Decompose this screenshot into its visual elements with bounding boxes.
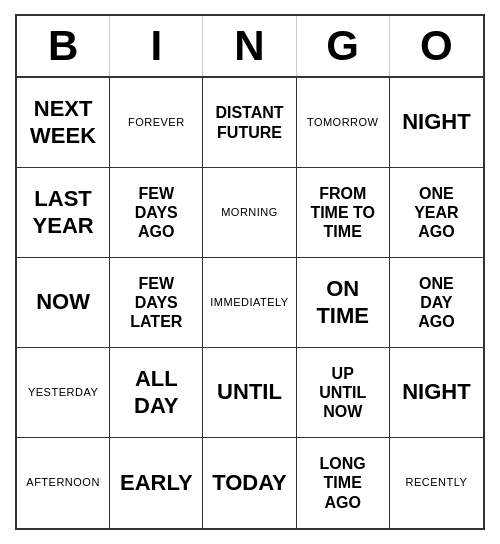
bingo-cell: FOREVER	[110, 78, 203, 168]
bingo-cell: NIGHT	[390, 78, 483, 168]
bingo-cell: FROMTIME TOTIME	[297, 168, 390, 258]
bingo-cell: FEWDAYSAGO	[110, 168, 203, 258]
bingo-cell: NEXTWEEK	[17, 78, 110, 168]
bingo-cell: ONTIME	[297, 258, 390, 348]
cell-text: ONEDAYAGO	[418, 274, 454, 332]
cell-text: YESTERDAY	[28, 386, 98, 399]
bingo-cell: YESTERDAY	[17, 348, 110, 438]
cell-text: ALLDAY	[134, 366, 178, 419]
cell-text: AFTERNOON	[26, 476, 100, 489]
bingo-cell: NOW	[17, 258, 110, 348]
bingo-cell: ONEYEARAGO	[390, 168, 483, 258]
cell-text: ONEYEARAGO	[414, 184, 458, 242]
cell-text: IMMEDIATELY	[210, 296, 288, 309]
cell-text: LASTYEAR	[33, 186, 94, 239]
bingo-cell: AFTERNOON	[17, 438, 110, 528]
bingo-cell: MORNING	[203, 168, 296, 258]
cell-text: UPUNTILNOW	[319, 364, 366, 422]
cell-text: TOMORROW	[307, 116, 379, 129]
cell-text: LONGTIMEAGO	[320, 454, 366, 512]
cell-text: UNTIL	[217, 379, 282, 405]
bingo-header: BINGO	[17, 16, 483, 78]
header-letter: I	[110, 16, 203, 76]
cell-text: TODAY	[212, 470, 287, 496]
cell-text: RECENTLY	[405, 476, 467, 489]
cell-text: NIGHT	[402, 379, 470, 405]
bingo-card: BINGO NEXTWEEKFOREVERDISTANTFUTURETOMORR…	[15, 14, 485, 530]
cell-text: FOREVER	[128, 116, 185, 129]
cell-text: DISTANTFUTURE	[215, 103, 283, 141]
header-letter: N	[203, 16, 296, 76]
bingo-cell: ONEDAYAGO	[390, 258, 483, 348]
cell-text: NIGHT	[402, 109, 470, 135]
header-letter: O	[390, 16, 483, 76]
cell-text: FEWDAYSLATER	[130, 274, 182, 332]
bingo-cell: LONGTIMEAGO	[297, 438, 390, 528]
bingo-cell: TODAY	[203, 438, 296, 528]
bingo-cell: UNTIL	[203, 348, 296, 438]
bingo-cell: RECENTLY	[390, 438, 483, 528]
bingo-cell: DISTANTFUTURE	[203, 78, 296, 168]
cell-text: FROMTIME TOTIME	[310, 184, 375, 242]
bingo-cell: TOMORROW	[297, 78, 390, 168]
cell-text: FEWDAYSAGO	[135, 184, 178, 242]
bingo-cell: LASTYEAR	[17, 168, 110, 258]
header-letter: B	[17, 16, 110, 76]
header-letter: G	[297, 16, 390, 76]
cell-text: NEXTWEEK	[30, 96, 96, 149]
cell-text: MORNING	[221, 206, 278, 219]
bingo-cell: EARLY	[110, 438, 203, 528]
bingo-cell: NIGHT	[390, 348, 483, 438]
bingo-cell: ALLDAY	[110, 348, 203, 438]
bingo-cell: IMMEDIATELY	[203, 258, 296, 348]
cell-text: NOW	[36, 289, 90, 315]
cell-text: ONTIME	[316, 276, 369, 329]
cell-text: EARLY	[120, 470, 193, 496]
bingo-grid: NEXTWEEKFOREVERDISTANTFUTURETOMORROWNIGH…	[17, 78, 483, 528]
bingo-cell: UPUNTILNOW	[297, 348, 390, 438]
bingo-cell: FEWDAYSLATER	[110, 258, 203, 348]
